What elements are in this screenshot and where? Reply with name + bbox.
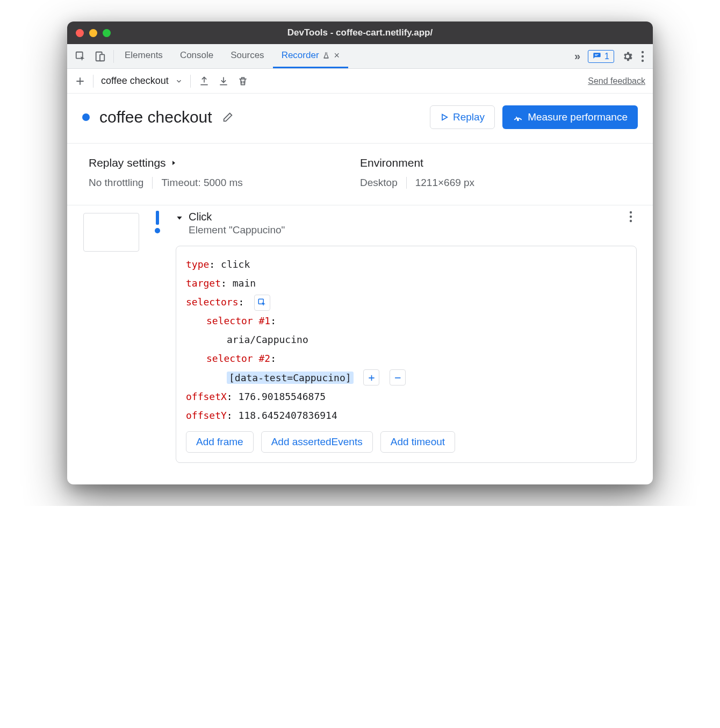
sel1-key: selector #1 bbox=[206, 315, 270, 326]
disclosure-triangle-icon[interactable] bbox=[176, 214, 183, 222]
target-key: target bbox=[186, 277, 221, 289]
svg-point-6 bbox=[642, 55, 644, 57]
replay-settings-toggle[interactable]: Replay settings bbox=[89, 156, 360, 169]
recorder-toolbar: coffee checkout Send feedback bbox=[67, 69, 653, 94]
maximize-window-button[interactable] bbox=[103, 29, 111, 37]
remove-selector-button[interactable]: − bbox=[390, 369, 406, 386]
close-window-button[interactable] bbox=[76, 29, 84, 37]
type-val[interactable]: click bbox=[221, 259, 250, 270]
play-icon bbox=[440, 113, 449, 122]
delete-icon[interactable] bbox=[237, 75, 249, 87]
export-icon[interactable] bbox=[198, 75, 210, 87]
chevron-down-icon bbox=[175, 77, 183, 85]
tab-sources[interactable]: Sources bbox=[222, 44, 272, 68]
traffic-lights bbox=[76, 29, 111, 37]
add-asserted-events-button[interactable]: Add assertedEvents bbox=[261, 431, 373, 453]
step-kebab-icon[interactable] bbox=[629, 211, 637, 223]
step-subtitle: Element "Cappucino" bbox=[189, 224, 285, 236]
flask-icon bbox=[322, 52, 330, 59]
step-thumbnail[interactable] bbox=[83, 213, 139, 252]
step-title: Click bbox=[189, 211, 285, 223]
settings-icon[interactable] bbox=[622, 51, 633, 62]
selectors-key: selectors bbox=[186, 296, 239, 308]
svg-point-9 bbox=[630, 211, 632, 213]
devtools-tabbar: Elements Console Sources Recorder × » 1 bbox=[67, 44, 653, 69]
svg-point-11 bbox=[630, 220, 632, 222]
timeline bbox=[150, 211, 165, 463]
divider bbox=[152, 177, 153, 189]
add-selector-button[interactable]: + bbox=[363, 369, 379, 386]
add-frame-button[interactable]: Add frame bbox=[186, 431, 254, 453]
new-recording-icon[interactable] bbox=[75, 76, 85, 87]
target-val[interactable]: main bbox=[233, 277, 256, 289]
timeout-value: Timeout: 5000 ms bbox=[161, 177, 242, 189]
svg-rect-3 bbox=[595, 54, 599, 55]
import-icon[interactable] bbox=[218, 75, 229, 87]
offsetx-key: offsetX bbox=[186, 391, 227, 402]
measure-label: Measure performance bbox=[528, 111, 628, 123]
tab-console[interactable]: Console bbox=[171, 44, 222, 68]
window-title: DevTools - coffee-cart.netlify.app/ bbox=[67, 27, 653, 38]
svg-rect-4 bbox=[595, 55, 597, 56]
svg-rect-2 bbox=[100, 54, 104, 61]
environment-label: Environment bbox=[360, 156, 631, 169]
devtools-window: DevTools - coffee-cart.netlify.app/ Elem… bbox=[67, 22, 653, 484]
issues-count: 1 bbox=[604, 52, 609, 61]
svg-point-5 bbox=[642, 51, 644, 53]
issues-icon bbox=[593, 52, 601, 61]
svg-point-10 bbox=[630, 216, 632, 218]
add-timeout-button[interactable]: Add timeout bbox=[380, 431, 455, 453]
timeline-tick bbox=[156, 211, 159, 225]
send-feedback-link[interactable]: Send feedback bbox=[588, 76, 645, 86]
sel2-val[interactable]: [data-test=Cappucino] bbox=[227, 372, 354, 384]
step-area: Click Element "Cappucino" type: click ta… bbox=[67, 205, 653, 484]
pick-selector-button[interactable] bbox=[254, 295, 270, 311]
divider bbox=[190, 75, 191, 88]
edit-icon[interactable] bbox=[222, 111, 234, 123]
environment-device: Desktop bbox=[360, 177, 398, 189]
recording-title: coffee checkout bbox=[99, 108, 212, 126]
divider bbox=[406, 177, 407, 189]
tab-label: Console bbox=[180, 50, 213, 61]
more-tabs-icon[interactable]: » bbox=[574, 50, 580, 62]
environment-viewport: 1211×669 px bbox=[415, 177, 474, 189]
recording-name: coffee checkout bbox=[101, 75, 169, 87]
tab-label: Elements bbox=[125, 50, 163, 61]
replay-label: Replay bbox=[453, 111, 485, 123]
throttling-value: No throttling bbox=[89, 177, 143, 189]
offsety-key: offsetY bbox=[186, 410, 227, 421]
recording-dropdown[interactable]: coffee checkout bbox=[101, 75, 183, 87]
timeline-dot bbox=[155, 228, 160, 233]
replay-button[interactable]: Replay bbox=[430, 105, 495, 129]
divider bbox=[113, 50, 114, 63]
recording-header: coffee checkout Replay Measure performan… bbox=[67, 94, 653, 144]
minimize-window-button[interactable] bbox=[89, 29, 97, 37]
inspect-element-icon[interactable] bbox=[75, 51, 87, 62]
measure-performance-button[interactable]: Measure performance bbox=[502, 105, 638, 129]
titlebar: DevTools - coffee-cart.netlify.app/ bbox=[67, 22, 653, 44]
issues-badge[interactable]: 1 bbox=[588, 50, 614, 63]
divider bbox=[93, 75, 93, 88]
kebab-menu-icon[interactable] bbox=[641, 51, 644, 62]
gauge-icon bbox=[513, 112, 523, 123]
replay-settings-label: Replay settings bbox=[89, 156, 166, 169]
tab-label: Sources bbox=[231, 50, 264, 61]
offsetx-val[interactable]: 176.90185546875 bbox=[239, 391, 326, 402]
tab-recorder[interactable]: Recorder × bbox=[273, 44, 348, 68]
sel2-key: selector #2 bbox=[206, 353, 270, 364]
close-icon[interactable]: × bbox=[334, 50, 340, 61]
sel1-val[interactable]: aria/Cappucino bbox=[227, 334, 308, 345]
tab-label: Recorder bbox=[282, 50, 319, 61]
device-toolbar-icon[interactable] bbox=[94, 51, 106, 62]
type-key: type bbox=[186, 259, 209, 270]
settings-row: Replay settings No throttling Timeout: 5… bbox=[67, 144, 653, 205]
tab-elements[interactable]: Elements bbox=[116, 44, 171, 68]
chevron-right-icon bbox=[170, 159, 177, 167]
svg-point-7 bbox=[642, 59, 644, 61]
recording-status-dot bbox=[82, 113, 90, 121]
step-details: type: click target: main selectors: sele… bbox=[176, 246, 637, 463]
offsety-val[interactable]: 118.6452407836914 bbox=[239, 410, 337, 421]
